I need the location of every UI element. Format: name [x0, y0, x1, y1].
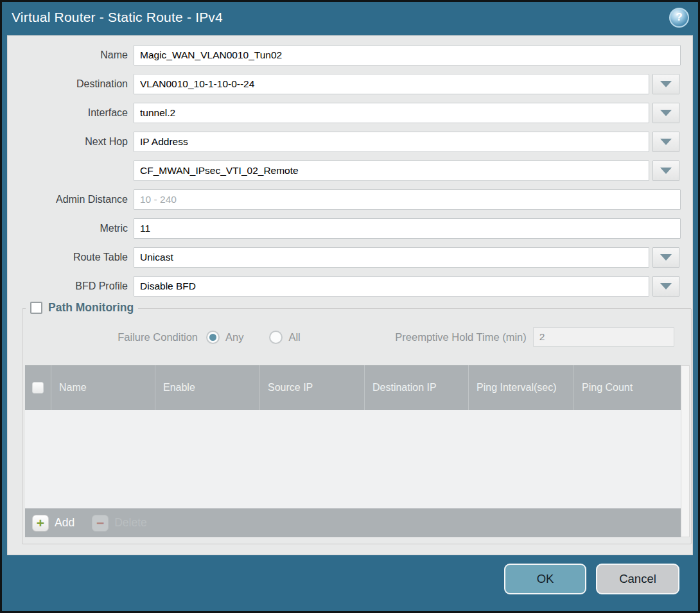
bfd-profile-label: BFD Profile	[8, 281, 134, 292]
column-header-destination-ip: Destination IP	[364, 365, 468, 410]
column-header-name: Name	[51, 365, 155, 410]
next-hop-label: Next Hop	[8, 136, 134, 148]
chevron-down-icon	[660, 110, 672, 116]
admin-distance-label: Admin Distance	[8, 194, 134, 205]
table-toolbar: + Add − Delete	[25, 508, 681, 537]
destination-input[interactable]	[134, 74, 649, 94]
path-monitoring-table: Name Enable Source IP Destination IP Pin…	[25, 365, 690, 537]
destination-dropdown-button[interactable]	[652, 74, 679, 94]
column-header-ping-interval: Ping Interval(sec)	[468, 365, 573, 410]
cancel-button[interactable]: Cancel	[596, 564, 679, 594]
destination-label: Destination	[8, 78, 134, 90]
next-hop-address-dropdown-button[interactable]	[652, 160, 679, 181]
table-header-checkbox-cell	[25, 365, 51, 410]
help-icon[interactable]: ?	[669, 8, 689, 28]
next-hop-type-input[interactable]	[134, 132, 649, 152]
preemptive-hold-time-label: Preemptive Hold Time (min)	[365, 331, 527, 343]
interface-dropdown-button[interactable]	[652, 103, 679, 123]
path-monitoring-title: Path Monitoring	[48, 301, 134, 315]
form-row-metric: Metric	[8, 218, 692, 239]
path-monitoring-checkbox[interactable]	[30, 302, 42, 314]
metric-input[interactable]	[134, 218, 681, 239]
failure-condition-any-label: Any	[225, 331, 243, 343]
static-route-dialog: Virtual Router - Static Route - IPv4 ? N…	[0, 0, 700, 613]
form-row-next-hop-address	[8, 160, 692, 181]
admin-distance-input[interactable]	[134, 189, 681, 210]
failure-condition-label: Failure Condition	[22, 331, 198, 343]
column-header-source-ip: Source IP	[259, 365, 364, 410]
delete-icon: −	[92, 515, 109, 531]
failure-condition-all-label: All	[288, 331, 300, 343]
form-row-destination: Destination	[8, 74, 692, 94]
ok-button[interactable]: OK	[504, 564, 586, 594]
form-row-bfd-profile: BFD Profile	[8, 276, 692, 297]
chevron-down-icon	[660, 283, 672, 289]
bfd-profile-input[interactable]	[134, 276, 649, 297]
add-icon: +	[32, 515, 49, 531]
column-header-enable: Enable	[155, 365, 259, 410]
form-row-route-table: Route Table	[8, 247, 692, 268]
add-button[interactable]: + Add	[32, 515, 74, 531]
table-body-empty	[25, 410, 681, 508]
route-table-dropdown-button[interactable]	[652, 247, 679, 268]
add-button-label: Add	[55, 516, 74, 530]
name-input[interactable]	[134, 45, 681, 65]
table-scrollbar[interactable]	[681, 365, 690, 537]
delete-button[interactable]: − Delete	[92, 515, 147, 531]
failure-condition-any-radio[interactable]	[206, 331, 220, 344]
dialog-footer: OK Cancel	[2, 555, 698, 611]
delete-button-label: Delete	[114, 516, 147, 530]
form-row-next-hop: Next Hop	[8, 132, 692, 152]
route-table-label: Route Table	[8, 252, 134, 263]
route-table-input[interactable]	[134, 247, 649, 268]
name-label: Name	[8, 49, 134, 61]
failure-condition-row: Failure Condition Any All Preemptive Hol…	[22, 327, 691, 347]
preemptive-hold-time-input[interactable]	[533, 327, 674, 347]
chevron-down-icon	[660, 168, 672, 174]
column-header-ping-count: Ping Count	[573, 365, 681, 410]
chevron-down-icon	[660, 254, 672, 261]
next-hop-type-dropdown-button[interactable]	[652, 132, 679, 152]
chevron-down-icon	[660, 139, 672, 145]
interface-label: Interface	[8, 107, 134, 119]
form-row-name: Name	[8, 45, 692, 65]
next-hop-address-input[interactable]	[134, 160, 649, 181]
select-all-checkbox[interactable]	[32, 382, 44, 393]
dialog-content: Name Destination Interface Next Hop	[7, 35, 693, 555]
dialog-title: Virtual Router - Static Route - IPv4	[12, 10, 223, 25]
dialog-titlebar: Virtual Router - Static Route - IPv4 ?	[2, 2, 698, 35]
interface-input[interactable]	[134, 103, 649, 123]
form-row-interface: Interface	[8, 103, 692, 123]
chevron-down-icon	[660, 81, 672, 87]
metric-label: Metric	[8, 223, 134, 234]
failure-condition-all-radio[interactable]	[269, 331, 283, 344]
path-monitoring-section: Path Monitoring Failure Condition Any Al…	[22, 308, 692, 544]
table-header-row: Name Enable Source IP Destination IP Pin…	[25, 365, 681, 410]
form-row-admin-distance: Admin Distance	[8, 189, 692, 210]
bfd-profile-dropdown-button[interactable]	[652, 276, 679, 297]
path-monitoring-legend: Path Monitoring	[26, 301, 138, 315]
